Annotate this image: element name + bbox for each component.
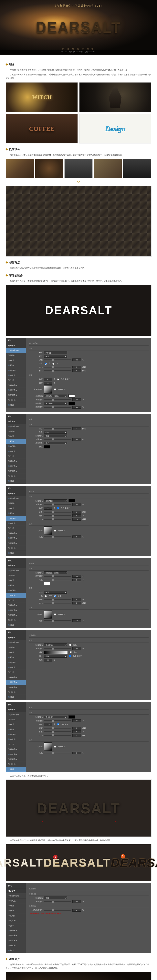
tab-texture[interactable]: 纹理 (6, 650, 26, 655)
tab-texture[interactable]: 纹理 (6, 578, 26, 583)
opacity-input[interactable] (72, 647, 81, 650)
shadow-color[interactable] (69, 402, 75, 405)
tab-contour[interactable]: 等高线 (6, 573, 26, 578)
tab-drop-shadow[interactable]: 投影 (6, 695, 26, 700)
distance-slider[interactable] (44, 728, 71, 729)
highlight-mode-select[interactable]: 线性减淡（添加） (44, 395, 67, 397)
highlight-color[interactable] (69, 395, 75, 398)
tab-color-overlay[interactable]: 颜色叠加 (6, 383, 26, 388)
tab-pat-overlay[interactable]: 图案叠加 (6, 685, 26, 690)
tab-texture[interactable]: 纹理 (6, 722, 26, 727)
fill-input[interactable] (72, 909, 81, 912)
dir-down-radio[interactable] (53, 363, 54, 365)
tab-bevel[interactable]: 斜面和浮雕 (6, 568, 26, 573)
size-slider[interactable] (44, 735, 71, 736)
size-input[interactable] (72, 427, 81, 430)
tab-satin[interactable]: 光泽 (6, 526, 26, 531)
tab-outer-glow[interactable]: 外发光 (6, 398, 26, 403)
tab-texture[interactable]: 纹理 (6, 434, 26, 439)
opacity-input[interactable] (72, 398, 81, 401)
tab-inner-shadow[interactable]: 内阴影 (6, 516, 26, 521)
opacity-slider[interactable] (44, 504, 71, 505)
size-slider[interactable] (44, 519, 71, 520)
antialias-check[interactable] (54, 530, 56, 531)
color-swatch[interactable] (69, 499, 75, 502)
tab-outer-glow[interactable]: 外发光 (6, 762, 26, 767)
tab-blend[interactable]: 混合选项 (6, 419, 26, 424)
tab-pat-overlay[interactable]: 图案叠加 (6, 393, 26, 398)
tab-color-overlay[interactable]: 颜色叠加 (6, 747, 26, 752)
tab-bevel[interactable]: 斜面和浮雕 (6, 712, 26, 717)
opacity-slider[interactable] (44, 720, 71, 721)
align-check[interactable] (69, 655, 71, 657)
tab-stroke[interactable]: 描边 (6, 439, 26, 444)
size-slider[interactable] (44, 603, 71, 603)
noise-input[interactable] (72, 579, 81, 581)
dither-check[interactable] (69, 644, 71, 646)
tab-grad-overlay[interactable]: 渐变叠加 (6, 752, 26, 757)
soften-slider[interactable] (44, 370, 71, 371)
opacity-input[interactable] (72, 503, 81, 506)
tab-blend[interactable]: 混合选项 (6, 635, 26, 640)
tab-drop-shadow[interactable]: 投影 (6, 767, 26, 772)
range-slider[interactable] (44, 620, 71, 621)
choke-input[interactable] (72, 598, 81, 601)
tab-outer-glow[interactable]: 外发光 (6, 546, 26, 551)
noise-input[interactable] (72, 752, 81, 754)
tab-stroke[interactable]: 描边 (6, 583, 26, 588)
tab-color-overlay[interactable]: 颜色叠加 (6, 675, 26, 680)
tab-satin[interactable]: 光泽 (6, 598, 26, 603)
tab-pat-overlay[interactable]: 图案叠加 (6, 938, 26, 943)
tab-stroke[interactable]: 描边 (6, 363, 26, 368)
tab-blend[interactable]: 混合选项 (6, 343, 26, 348)
blend-select[interactable]: 正常 (44, 897, 67, 899)
tab-grad-overlay[interactable]: 渐变叠加 (6, 388, 26, 393)
angle-input[interactable] (44, 723, 53, 726)
altitude-input[interactable] (44, 382, 53, 385)
technique-select[interactable]: 平滑 (44, 355, 67, 358)
tab-outer-glow[interactable]: 外发光 (6, 690, 26, 695)
tab-drop-shadow[interactable]: 投影 (6, 403, 26, 408)
tab-contour[interactable]: 等高线 (6, 717, 26, 722)
tab-contour[interactable]: 等高线 (6, 645, 26, 650)
tab-grad-overlay[interactable]: 渐变叠加 (6, 608, 26, 613)
blend-select[interactable]: 正常 (44, 434, 67, 437)
tab-stroke[interactable]: 描边 (6, 908, 26, 913)
tab-satin[interactable]: 光泽 (6, 454, 26, 459)
contour-picker[interactable] (44, 610, 52, 619)
noise-slider[interactable] (44, 752, 71, 753)
reverse-check[interactable] (70, 651, 72, 653)
distance-input[interactable] (72, 727, 81, 730)
size-input[interactable] (72, 602, 81, 605)
tab-inner-glow[interactable]: 内发光 (6, 521, 26, 526)
tab-drop-shadow[interactable]: 投影 (6, 623, 26, 628)
opacity-input[interactable] (72, 719, 81, 722)
tab-texture[interactable]: 纹理 (6, 904, 26, 908)
grad-style-select[interactable]: 线性 (44, 655, 67, 657)
tab-pat-overlay[interactable]: 图案叠加 (6, 613, 26, 618)
tab-pat-overlay[interactable]: 图案叠加 (6, 469, 26, 474)
fill-type-select[interactable]: 颜色 (44, 442, 67, 444)
opacity-input[interactable] (72, 900, 81, 903)
tab-contour[interactable]: 等高线 (6, 501, 26, 506)
choke-slider[interactable] (44, 599, 71, 600)
opacity-slider[interactable] (44, 576, 71, 577)
antialias-check[interactable] (54, 614, 56, 616)
tab-satin[interactable]: 光泽 (6, 742, 26, 747)
blend-select[interactable]: 线性加深 (44, 500, 67, 502)
soften-input[interactable] (72, 369, 81, 372)
tab-drop-shadow[interactable]: 投影 (6, 551, 26, 556)
tab-pat-overlay[interactable]: 图案叠加 (6, 757, 26, 762)
tab-inner-glow[interactable]: 内发光 (6, 373, 26, 378)
global-light-check[interactable] (57, 379, 59, 380)
tab-stroke[interactable]: 描边 (6, 727, 26, 732)
size-input[interactable] (72, 366, 81, 369)
tab-inner-shadow[interactable]: 内阴影 (6, 732, 26, 737)
tab-satin[interactable]: 光泽 (6, 378, 26, 383)
angle-input[interactable] (44, 659, 53, 662)
distance-slider[interactable] (44, 512, 71, 512)
tab-inner-shadow[interactable]: 内阴影 (6, 913, 26, 918)
tab-drop-shadow[interactable]: 投影 (6, 479, 26, 484)
tab-inner-glow[interactable]: 内发光 (6, 918, 26, 923)
noise-input[interactable] (72, 536, 81, 538)
